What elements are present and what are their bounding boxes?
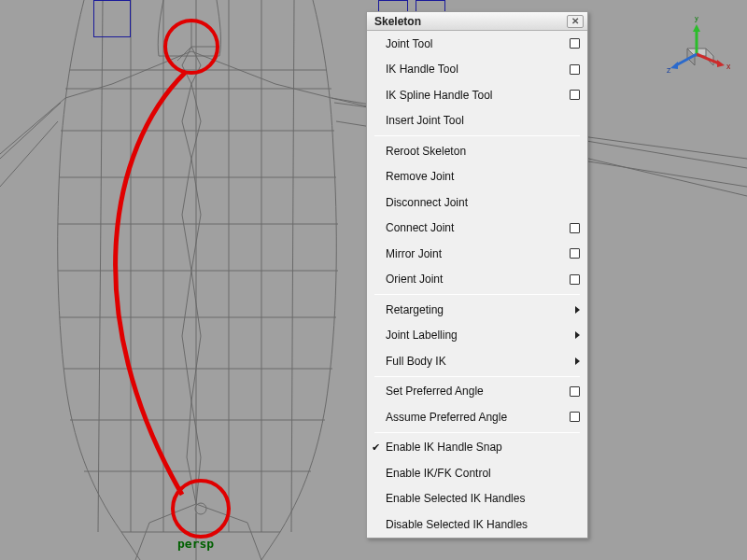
- svg-marker-30: [670, 62, 678, 69]
- menu-item[interactable]: Reroot Skeleton: [367, 138, 587, 164]
- menu-item-label: Connect Joint: [386, 221, 570, 234]
- control-curve[interactable]: [93, 0, 131, 37]
- menu-item[interactable]: Set Preferred Angle: [367, 379, 587, 405]
- menu-item[interactable]: Insert Joint Tool: [367, 108, 587, 134]
- svg-marker-28: [717, 60, 725, 67]
- menu-item[interactable]: Joint Tool: [367, 31, 587, 57]
- svg-marker-26: [693, 24, 700, 32]
- menu-item[interactable]: Orient Joint: [367, 267, 587, 293]
- menu-separator: [374, 432, 580, 433]
- menu-item[interactable]: Connect Joint: [367, 216, 587, 242]
- options-box-icon[interactable]: [570, 386, 580, 397]
- menu-item[interactable]: Full Body IK: [367, 348, 587, 374]
- options-box-icon[interactable]: [570, 412, 580, 422]
- svg-line-17: [177, 47, 191, 61]
- close-icon[interactable]: ✕: [567, 15, 584, 28]
- maya-viewport[interactable]: persp y x z Skeleton ✕ Joint ToolIK Hand…: [0, 0, 747, 560]
- menu-title-label: Skeleton: [374, 15, 421, 28]
- menu-item-label: Remove Joint: [386, 170, 580, 183]
- check-icon: ✔: [372, 441, 380, 454]
- menu-item[interactable]: Mirror Joint: [367, 241, 587, 267]
- menu-item[interactable]: Disconnect Joint: [367, 189, 587, 216]
- skeleton-menu: Skeleton ✕ Joint ToolIK Handle ToolIK Sp…: [366, 11, 588, 539]
- menu-item-label: Set Preferred Angle: [386, 385, 570, 398]
- menu-item-label: Disconnect Joint: [386, 196, 580, 209]
- menu-item[interactable]: ✔Enable IK Handle Snap: [367, 435, 587, 461]
- menu-item[interactable]: IK Handle Tool: [367, 57, 587, 83]
- options-box-icon[interactable]: [570, 64, 580, 75]
- svg-line-6: [291, 0, 294, 532]
- menu-item[interactable]: Enable Selected IK Handles: [367, 486, 587, 512]
- menu-item[interactable]: Retargeting: [367, 297, 587, 323]
- menu-item-label: Joint Labelling: [386, 329, 575, 342]
- menu-item[interactable]: Assume Preferred Angle: [367, 404, 587, 430]
- menu-item-label: Insert Joint Tool: [386, 114, 580, 127]
- options-box-icon[interactable]: [570, 90, 580, 100]
- menu-item-label: Orient Joint: [386, 273, 570, 286]
- menu-item[interactable]: Remove Joint: [367, 164, 587, 190]
- menu-item-label: IK Handle Tool: [386, 63, 570, 76]
- chevron-right-icon: [575, 357, 580, 365]
- chevron-right-icon: [575, 306, 580, 314]
- menu-separator: [374, 376, 580, 377]
- view-axis-gizmo[interactable]: y x z: [663, 17, 730, 84]
- menu-item-label: Full Body IK: [386, 355, 575, 368]
- menu-item-label: Assume Preferred Angle: [386, 411, 570, 424]
- options-box-icon[interactable]: [570, 274, 580, 285]
- menu-item-label: Mirror Joint: [386, 247, 570, 260]
- menu-item-label: Disable Selected IK Handles: [386, 518, 580, 531]
- menu-item-label: Enable IK/FK Control: [386, 467, 580, 480]
- menu-item[interactable]: IK Spline Handle Tool: [367, 82, 587, 108]
- svg-text:x: x: [726, 62, 730, 71]
- menu-item-label: Enable IK Handle Snap: [386, 441, 580, 454]
- menu-separator: [374, 135, 580, 136]
- menu-item-label: IK Spline Handle Tool: [386, 89, 570, 102]
- svg-marker-24: [706, 49, 713, 65]
- svg-text:y: y: [695, 17, 699, 22]
- menu-title-bar[interactable]: Skeleton ✕: [367, 12, 587, 31]
- chevron-right-icon: [575, 331, 580, 339]
- options-box-icon[interactable]: [570, 248, 580, 259]
- svg-point-18: [195, 503, 206, 514]
- svg-text:z: z: [667, 65, 671, 75]
- svg-line-0: [98, 0, 103, 532]
- menu-item-label: Reroot Skeleton: [386, 145, 580, 158]
- options-box-icon[interactable]: [570, 223, 580, 233]
- menu-item[interactable]: Enable IK/FK Control: [367, 460, 587, 486]
- menu-item[interactable]: Disable Selected IK Handles: [367, 511, 587, 538]
- menu-item-label: Enable Selected IK Handles: [386, 492, 580, 505]
- menu-item-label: Joint Tool: [386, 37, 570, 50]
- menu-item-label: Retargeting: [386, 303, 575, 316]
- menu-separator: [374, 294, 580, 295]
- menu-item[interactable]: Joint Labelling: [367, 323, 587, 349]
- options-box-icon[interactable]: [570, 38, 580, 49]
- camera-label: persp: [177, 537, 214, 551]
